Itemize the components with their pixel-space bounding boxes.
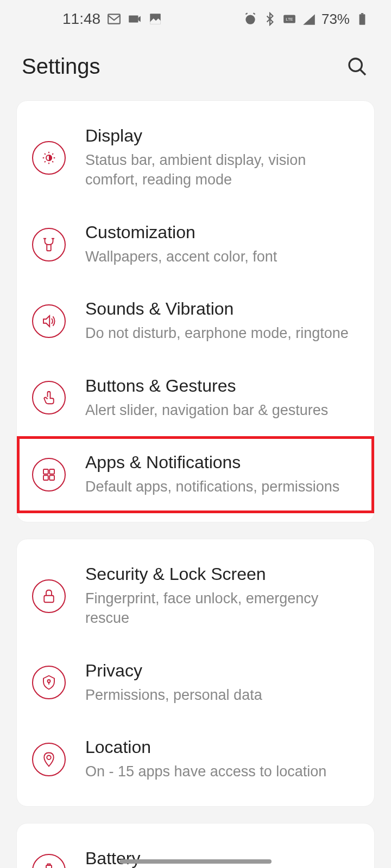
display-icon <box>32 141 66 175</box>
svg-point-18 <box>47 755 51 760</box>
item-text: Battery 73% - Should last until about 10… <box>85 848 359 868</box>
svg-rect-14 <box>43 475 48 480</box>
customization-icon <box>32 228 66 261</box>
svg-rect-12 <box>43 469 48 474</box>
svg-rect-0 <box>108 14 120 23</box>
settings-item-privacy[interactable]: Privacy Permissions, personal data <box>17 644 374 721</box>
svg-rect-13 <box>49 469 54 474</box>
svg-text:LTE: LTE <box>286 17 293 22</box>
svg-line-10 <box>360 69 365 75</box>
privacy-icon <box>32 666 66 699</box>
status-bar: 11:48 LTE 73% <box>0 0 391 38</box>
status-left: 11:48 <box>62 10 162 28</box>
svg-rect-15 <box>49 475 54 480</box>
battery-setting-icon <box>32 854 66 868</box>
settings-item-customization[interactable]: Customization Wallpapers, accent color, … <box>17 206 374 283</box>
item-text: Buttons & Gestures Alert slider, navigat… <box>85 376 359 420</box>
settings-group-1: Display Status bar, ambient display, vis… <box>16 100 375 522</box>
sound-icon <box>32 304 66 338</box>
item-title: Battery <box>85 848 359 868</box>
gmail-icon <box>107 12 121 26</box>
navigation-handle[interactable] <box>119 859 272 864</box>
item-text: Security & Lock Screen Fingerprint, face… <box>85 564 359 628</box>
settings-item-apps[interactable]: Apps & Notifications Default apps, notif… <box>17 436 374 513</box>
svg-rect-7 <box>361 13 363 14</box>
item-text: Customization Wallpapers, accent color, … <box>85 222 359 266</box>
settings-item-location[interactable]: Location On - 15 apps have access to loc… <box>17 721 374 797</box>
item-title: Sounds & Vibration <box>85 299 359 319</box>
item-subtitle: Wallpapers, accent color, font <box>85 247 359 266</box>
item-subtitle: Fingerprint, face unlock, emergency resc… <box>85 589 359 628</box>
item-text: Privacy Permissions, personal data <box>85 661 359 705</box>
battery-icon <box>355 12 369 26</box>
settings-item-security[interactable]: Security & Lock Screen Fingerprint, face… <box>17 548 374 644</box>
item-title: Customization <box>85 222 359 242</box>
item-title: Privacy <box>85 661 359 681</box>
volte-icon: LTE <box>282 12 297 26</box>
item-subtitle: On - 15 apps have access to location <box>85 762 359 781</box>
page-title: Settings <box>22 54 100 79</box>
item-title: Buttons & Gestures <box>85 376 359 396</box>
app-header: Settings <box>0 38 391 100</box>
signal-icon <box>302 12 316 26</box>
svg-rect-1 <box>129 16 138 23</box>
lock-icon <box>32 579 66 613</box>
status-time: 11:48 <box>62 10 100 28</box>
gestures-icon <box>32 381 66 414</box>
location-icon <box>32 743 66 776</box>
camera-icon <box>128 12 142 26</box>
svg-rect-20 <box>48 864 51 866</box>
status-right: LTE 73% <box>243 11 369 28</box>
item-subtitle: Status bar, ambient display, vision comf… <box>85 150 359 190</box>
svg-rect-16 <box>44 595 54 602</box>
item-title: Display <box>85 126 359 146</box>
search-button[interactable] <box>345 55 369 79</box>
item-text: Apps & Notifications Default apps, notif… <box>85 452 359 496</box>
alarm-icon <box>243 12 257 26</box>
svg-rect-8 <box>360 17 365 24</box>
item-title: Security & Lock Screen <box>85 564 359 584</box>
settings-group-2: Security & Lock Screen Fingerprint, face… <box>16 539 375 807</box>
item-text: Display Status bar, ambient display, vis… <box>85 126 359 190</box>
settings-item-buttons[interactable]: Buttons & Gestures Alert slider, navigat… <box>17 360 374 436</box>
item-subtitle: Permissions, personal data <box>85 685 359 705</box>
item-subtitle: Default apps, notifications, permissions <box>85 477 359 496</box>
apps-icon <box>32 458 66 492</box>
item-subtitle: Do not disturb, earphone mode, ringtone <box>85 323 359 343</box>
svg-point-9 <box>349 59 362 71</box>
item-text: Sounds & Vibration Do not disturb, earph… <box>85 299 359 343</box>
image-icon <box>148 12 162 26</box>
bluetooth-icon <box>263 12 277 26</box>
svg-point-3 <box>245 15 255 24</box>
battery-percent: 73% <box>321 11 350 28</box>
item-text: Location On - 15 apps have access to loc… <box>85 737 359 781</box>
item-subtitle: Alert slider, navigation bar & gestures <box>85 400 359 420</box>
item-title: Location <box>85 737 359 757</box>
svg-point-17 <box>48 680 51 682</box>
item-title: Apps & Notifications <box>85 452 359 473</box>
settings-item-display[interactable]: Display Status bar, ambient display, vis… <box>17 110 374 206</box>
settings-item-sounds[interactable]: Sounds & Vibration Do not disturb, earph… <box>17 283 374 359</box>
